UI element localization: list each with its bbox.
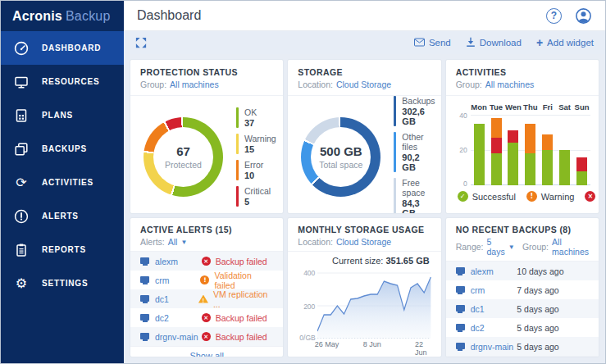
machine-icon [140, 295, 149, 302]
logo-brand: Acronis [12, 9, 62, 24]
acronis-backup-window: Acronis Backup DASHBOARD RESOURCES [0, 0, 606, 364]
alerts-filter-dropdown[interactable]: All [168, 237, 178, 247]
sidebar-item-label: BACKUPS [42, 144, 87, 153]
legend-error[interactable]: Error10 [236, 160, 276, 180]
logo-product: Backup [66, 9, 111, 24]
warning-icon: ! [200, 275, 209, 284]
total-space: 500 GB [320, 144, 362, 158]
legend-successful: ✓Successful [458, 191, 516, 202]
header-actions: ? [546, 7, 592, 25]
sidebar-item-backups[interactable]: BACKUPS [1, 132, 124, 166]
no-backup-row[interactable]: dc2 5 days ago [446, 318, 599, 337]
sidebar-item-resources[interactable]: RESOURCES [1, 65, 124, 98]
monthly-storage-usage-widget: MONTHLY STORAGE USAGE Location: Cloud St… [288, 218, 440, 357]
legend-other-files[interactable]: Other files90,2 GB [394, 132, 435, 172]
storage-donut-chart[interactable]: 500 GB Total space [301, 117, 380, 197]
storage-legend: Backups302,6 GB Other files90,2 GB Free … [394, 96, 435, 213]
cross-icon: × [585, 191, 595, 202]
activities-bar-chart[interactable]: 40 20 0 [471, 115, 590, 185]
machine-icon [140, 314, 149, 321]
sidebar-item-activities[interactable]: ⟳ ACTIVITIES [1, 166, 124, 199]
sidebar-item-label: DASHBOARD [42, 43, 101, 52]
no-backup-row[interactable]: dc1 5 days ago [446, 299, 599, 318]
machine-icon [140, 276, 149, 283]
range-dropdown[interactable]: 5 days [487, 237, 505, 257]
add-widget-button[interactable]: + Add widget [536, 37, 594, 48]
alert-row[interactable]: crm !Validation failed [130, 271, 283, 289]
chevron-down-icon[interactable]: ▼ [180, 239, 187, 246]
acronis-logo: Acronis Backup [1, 1, 124, 31]
sidebar-item-dashboard[interactable]: DASHBOARD [1, 31, 124, 65]
dashboard-toolbar: Send Download + Add widget [124, 31, 605, 54]
send-button[interactable]: Send [414, 38, 451, 48]
error-icon: × [202, 257, 211, 266]
group-filter-link[interactable]: All machines [552, 237, 589, 257]
sidebar-item-label: REPORTS [42, 245, 86, 254]
group-filter-link[interactable]: All machines [170, 80, 219, 89]
legend-warning[interactable]: Warning15 [236, 134, 276, 154]
protection-donut-chart[interactable]: 67 Protected [144, 117, 223, 197]
plans-icon [13, 107, 30, 124]
sidebar-item-label: PLANS [42, 111, 73, 120]
monitor-icon [13, 74, 30, 90]
legend-warning: !Warning [526, 191, 575, 202]
account-icon[interactable] [575, 7, 592, 25]
legend-failed: ×Failed [585, 191, 599, 202]
group-filter-link[interactable]: All machines [485, 80, 535, 89]
fullscreen-icon[interactable] [135, 37, 147, 48]
activities-bars [471, 115, 590, 185]
alert-row[interactable]: alexm ×Backup failed [130, 252, 283, 271]
activities-sync-icon: ⟳ [13, 175, 30, 191]
legend-free-space[interactable]: Free space84,3 GB [394, 178, 435, 213]
machine-icon [456, 267, 465, 274]
sidebar-item-plans[interactable]: PLANS [1, 98, 124, 132]
sidebar-item-alerts[interactable]: ALERTS [1, 199, 124, 233]
no-backup-row[interactable]: drgnv-main 5 days ago [446, 337, 599, 356]
no-backup-row[interactable]: crm 7 days ago [446, 280, 599, 299]
envelope-icon [414, 38, 425, 48]
reports-clipboard-icon [13, 242, 30, 258]
activities-day-labels: MonTueWenThuFriSatSun [471, 102, 590, 111]
dashboard-gauge-icon [13, 40, 30, 57]
check-icon: ✓ [458, 191, 468, 202]
machine-icon [456, 286, 465, 293]
alert-row[interactable]: dc1 !VM replication ... [130, 289, 283, 308]
sidebar: Acronis Backup DASHBOARD RESOURCES [1, 1, 124, 363]
location-filter-link[interactable]: Cloud Storage [336, 237, 391, 247]
show-all-link[interactable]: Show all [130, 346, 283, 357]
chevron-down-icon[interactable]: ▼ [508, 243, 515, 251]
current-size-annotation: Current size: 351.65 GB [298, 256, 429, 266]
storage-widget: STORAGE Location: Cloud Storage 500 GB T… [288, 60, 440, 213]
active-alerts-widget: ACTIVE ALERTS (15) Alerts: All ▼ alexm ×… [130, 218, 283, 357]
help-icon[interactable]: ? [546, 8, 562, 24]
protected-count: 67 [176, 144, 190, 158]
widget-title: MONTHLY STORAGE USAGE [298, 225, 431, 234]
download-button[interactable]: Download [466, 37, 522, 48]
error-icon: × [202, 313, 211, 322]
sidebar-item-reports[interactable]: REPORTS [1, 233, 124, 266]
no-backup-row[interactable]: alexm 10 days ago [446, 262, 599, 280]
download-icon [466, 37, 476, 48]
location-filter-link[interactable]: Cloud Storage [336, 80, 391, 89]
activities-widget: ACTIVITIES Group: All machines MonTueWen… [446, 60, 599, 213]
gear-icon: ⚙ [13, 275, 30, 292]
storage-usage-area-chart[interactable]: 400 200 0/GB [317, 268, 431, 339]
legend-ok[interactable]: OK37 [236, 107, 276, 128]
main-content: Dashboard ? Send [124, 1, 605, 363]
plus-icon: + [536, 37, 543, 48]
sidebar-item-settings[interactable]: ⚙ SETTINGS [1, 266, 124, 300]
alert-row[interactable]: drgnv-main ×Backup failed [130, 327, 283, 346]
error-icon: × [202, 332, 211, 341]
alert-row[interactable]: dc2 ×Backup failed [130, 308, 283, 327]
legend-backups[interactable]: Backups302,6 GB [394, 96, 435, 126]
widget-title: STORAGE [298, 67, 431, 77]
legend-critical[interactable]: Critical5 [236, 186, 276, 207]
machine-icon [456, 324, 465, 330]
widget-grid: PROTECTION STATUS Group: All machines 67… [124, 54, 605, 363]
protection-status-widget: PROTECTION STATUS Group: All machines 67… [130, 60, 283, 213]
sidebar-item-label: RESOURCES [42, 77, 100, 86]
widget-title: ACTIVITIES [456, 67, 589, 77]
show-all-link[interactable]: Show all [446, 356, 599, 357]
sidebar-item-label: ACTIVITIES [42, 178, 93, 187]
sidebar-nav: DASHBOARD RESOURCES PLANS BACKUPS [1, 31, 124, 300]
